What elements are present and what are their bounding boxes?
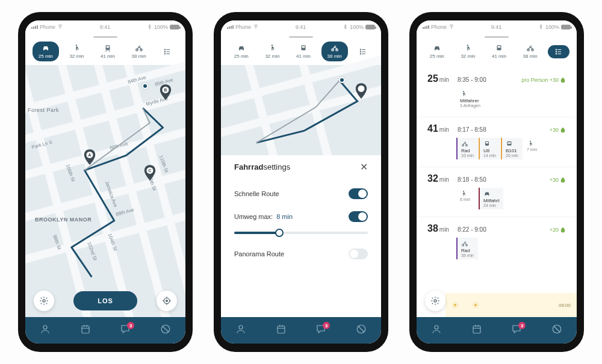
segment: Rad38 min [456, 238, 478, 259]
map-pin-c[interactable]: C [143, 165, 157, 182]
svg-rect-5 [107, 46, 110, 48]
segment: Mitfahrer3 Anfragen [456, 88, 484, 110]
svg-point-6 [107, 49, 107, 49]
mode-walk[interactable]: 32 min [63, 42, 90, 61]
svg-point-54 [556, 53, 556, 54]
mode-bike[interactable]: 38 min [321, 42, 348, 61]
status-bar: Phone 9:41 100% [417, 20, 577, 34]
go-button[interactable]: LOS [73, 291, 137, 310]
svg-point-65 [530, 141, 531, 142]
status-bar: Phone 9:41 100% [25, 20, 185, 34]
settings-button[interactable] [425, 291, 445, 311]
nav-profile[interactable] [431, 324, 442, 337]
mode-list[interactable] [352, 45, 374, 58]
wifi-icon [448, 23, 455, 31]
result-item[interactable]: 25min 8:35 - 9:00 pro Person +30 Mitfahr… [417, 67, 577, 117]
toggle-fast-route[interactable] [349, 188, 368, 199]
svg-point-44 [452, 28, 452, 28]
route-start-dot [142, 83, 148, 89]
nav-calendar[interactable] [276, 324, 287, 337]
nav-chat[interactable]: 3 [315, 324, 326, 337]
phone-3: Phone 9:41 100% 25 min 32 min 41 min 38 … [409, 12, 584, 352]
result-eco: +30 [550, 177, 566, 183]
result-item[interactable]: 32min 8:18 - 8:50 +30 8 minMitfahrt24 mi… [417, 167, 577, 217]
toggle-detour[interactable] [349, 211, 368, 222]
locate-button[interactable] [157, 291, 177, 311]
segment: Mitfahrt24 min [479, 188, 503, 209]
segment: 8 min [456, 188, 478, 209]
nav-calendar[interactable] [80, 324, 91, 337]
mode-walk[interactable]: 32 min [259, 42, 285, 61]
nav-calendar[interactable] [471, 324, 482, 337]
drag-handle[interactable] [93, 36, 117, 38]
result-item[interactable]: 38min 8:22 - 9:00 +20 Rad38 min [417, 217, 577, 267]
detour-slider[interactable] [234, 232, 368, 234]
svg-point-40 [358, 85, 365, 92]
svg-point-0 [60, 28, 61, 28]
nav-profile[interactable] [40, 324, 51, 337]
svg-point-38 [360, 53, 361, 54]
mode-car[interactable]: 25 min [228, 42, 255, 61]
map-pin-b[interactable] [355, 83, 368, 100]
svg-point-36 [360, 51, 361, 52]
mode-car[interactable]: 25 min [424, 42, 450, 61]
setting-panorama: Panorama Route [234, 242, 368, 265]
settings-button[interactable] [34, 291, 54, 311]
nav-profile[interactable] [235, 324, 246, 337]
svg-line-76 [453, 307, 454, 307]
results-list[interactable]: 25min 8:35 - 9:00 pro Person +30 Mitfahr… [417, 65, 577, 317]
result-time: 8:17 - 8:58 [458, 126, 486, 133]
svg-rect-31 [302, 46, 305, 48]
nav-block[interactable] [356, 324, 367, 337]
close-icon[interactable]: ✕ [360, 161, 368, 173]
result-eco: +30 [550, 127, 566, 133]
wifi-icon [57, 23, 63, 31]
result-duration: 38min [427, 223, 449, 234]
map[interactable]: 84th Ave 85th Ave Myrtle Ave Park Ln S 8… [25, 65, 185, 317]
signal-icon [227, 25, 234, 29]
mode-bike[interactable]: 38 min [126, 42, 152, 61]
mode-transit[interactable]: 41 min [486, 42, 512, 61]
mode-transit[interactable]: 41 min [95, 42, 121, 61]
svg-point-50 [556, 49, 556, 49]
svg-point-63 [508, 145, 509, 146]
toggle-panorama[interactable] [349, 248, 368, 259]
segments: Rad38 min [456, 238, 566, 259]
bottom-nav: 3 [417, 317, 577, 344]
map-peek[interactable] [221, 65, 381, 155]
mode-transit[interactable]: 41 min [290, 42, 317, 61]
status-bar: Phone 9:41 100% [221, 20, 381, 34]
result-time: 8:35 - 9:00 [458, 76, 486, 83]
nav-block[interactable] [551, 324, 562, 337]
drag-handle[interactable] [485, 36, 509, 38]
result-item[interactable]: 41min 8:17 - 8:58 +30 Rad10 minU814 minB… [417, 117, 577, 167]
result-time: 8:18 - 8:50 [458, 176, 486, 183]
svg-rect-47 [498, 46, 501, 48]
map-pin-b[interactable]: B [159, 84, 172, 101]
svg-rect-26 [82, 326, 89, 333]
mode-bike[interactable]: 38 min [517, 42, 544, 61]
svg-point-88 [435, 325, 438, 329]
svg-text:C: C [148, 168, 152, 173]
route-line [25, 65, 185, 317]
mode-list[interactable] [548, 45, 569, 58]
svg-line-86 [477, 303, 478, 304]
segments: 8 minMitfahrt24 min [456, 188, 566, 209]
bottom-nav: 3 [221, 317, 381, 344]
nav-chat[interactable]: 3 [120, 324, 131, 337]
battery-icon [365, 25, 375, 29]
svg-point-34 [360, 49, 361, 49]
result-eco: pro Person +30 [521, 77, 566, 83]
svg-point-66 [463, 191, 464, 192]
mode-list[interactable] [157, 45, 178, 58]
mode-car[interactable]: 25 min [33, 42, 59, 61]
svg-point-41 [239, 325, 243, 329]
result-duration: 41min [427, 123, 449, 134]
drag-handle[interactable] [289, 36, 313, 38]
nav-chat[interactable]: 3 [511, 324, 522, 337]
nav-block[interactable] [160, 324, 171, 337]
phone-1: Phone 9:41 100% 25 min [18, 12, 193, 352]
mode-walk[interactable]: 32 min [455, 42, 481, 61]
map-pin-a[interactable]: A [83, 149, 96, 166]
bluetooth-icon [147, 24, 152, 31]
